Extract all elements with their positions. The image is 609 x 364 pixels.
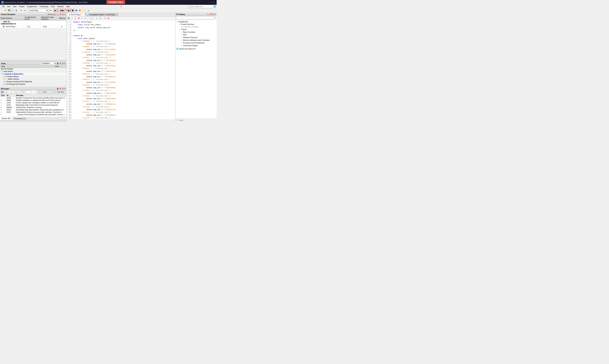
table-row[interactable]: ▷ ▶ Partition Merge xyxy=(0,75,66,78)
menu-tools[interactable]: Tools xyxy=(50,5,56,8)
msg-close[interactable]: ✕ xyxy=(64,88,65,90)
maximize-button[interactable]: □ xyxy=(210,1,212,3)
save-code-btn[interactable]: 💾 xyxy=(67,17,70,20)
menu-window[interactable]: Window xyxy=(56,5,65,8)
library-item-processors[interactable]: ▷ Processors and Peripherals xyxy=(175,41,217,44)
paste-btn[interactable]: 📌 xyxy=(77,17,80,20)
nav-close-icon[interactable]: ✕ xyxy=(64,13,65,15)
cut-btn[interactable]: ✂ xyxy=(71,17,73,20)
filter-all-btn[interactable]: All xyxy=(1,91,4,94)
library-group[interactable]: ▼ Library xyxy=(175,28,217,31)
redo-btn[interactable]: ↪ xyxy=(23,9,26,12)
library-item-university[interactable]: ▷ University Program xyxy=(175,44,217,47)
tab-verilog[interactable]: ◆ hexTo7Seg.v ✕ xyxy=(67,13,85,16)
compile-btn[interactable]: ▶| xyxy=(68,9,71,12)
start-analysis-btn[interactable]: ▶ xyxy=(54,9,57,12)
menu-view[interactable]: View xyxy=(12,5,18,8)
bookmark-btn[interactable]: 🔖 xyxy=(107,17,110,20)
menu-edit[interactable]: Edit xyxy=(6,5,12,8)
expand-icon[interactable]: ▷ xyxy=(3,76,4,78)
menu-project[interactable]: Project xyxy=(18,5,26,8)
project-combo[interactable]: hexTo7Seg xyxy=(28,9,49,12)
uncomment-btn[interactable]: //̶ xyxy=(99,17,102,20)
save-all-btn[interactable]: 📋 xyxy=(11,9,14,12)
tasks-combo[interactable]: Compilation xyxy=(40,62,56,65)
filter-error-btn[interactable]: ⊗ xyxy=(5,91,7,94)
next-bookmark-btn[interactable]: ↓ xyxy=(114,17,117,20)
filter-text-input[interactable] xyxy=(19,91,31,94)
outdent-btn[interactable]: |← xyxy=(92,17,95,20)
msg-icon1[interactable]: ▣ xyxy=(57,88,59,90)
close-button[interactable]: ✕ xyxy=(213,1,215,3)
msg-hscrollbar[interactable] xyxy=(0,120,66,122)
code-hscrollbar[interactable] xyxy=(67,120,175,122)
copy-btn[interactable]: 📋 xyxy=(74,17,77,20)
ip-pin-icon[interactable]: 📌 xyxy=(209,13,212,15)
table-row[interactable]: 🔷 hexTo7Seg ⊕ 7 (7) 0 (0) 0 xyxy=(0,25,66,28)
ip-close-icon[interactable]: ✕ xyxy=(214,13,216,15)
table-row[interactable]: 📋 View Report xyxy=(0,70,66,73)
tasks-expand[interactable]: ⊡ xyxy=(62,62,64,65)
tab-close-report[interactable]: ✕ xyxy=(116,14,117,15)
table-row[interactable]: ▷ ▶ I/O Assignment Analysis xyxy=(0,83,66,86)
ip-search-clear-btn[interactable]: ✕ xyxy=(215,17,216,19)
undo-code-btn[interactable]: ↩ xyxy=(80,17,83,20)
print-btn[interactable]: 🖨 xyxy=(14,9,18,12)
project-dir-group[interactable]: ▼ Project Directory xyxy=(175,23,217,26)
library-item-dsp[interactable]: ▷ DSP xyxy=(175,33,217,36)
find-code-btn[interactable]: 🔍 xyxy=(104,17,107,20)
nav-search-icon[interactable]: 🔍 xyxy=(56,13,59,15)
start-asm-btn[interactable]: ▶▶ xyxy=(61,9,64,12)
altera-search-icon[interactable]: 🌐 xyxy=(214,5,216,8)
comment-btn[interactable]: // xyxy=(95,17,98,20)
library-item-basic[interactable]: ▷ Basic Functions xyxy=(175,31,217,33)
find-button[interactable]: 🔍 🔍 Find... xyxy=(36,91,50,94)
expand-icon[interactable]: ▷ xyxy=(3,83,4,85)
search-partner-item[interactable]: 🌐 Search for Partner IP xyxy=(175,47,217,50)
menu-processing[interactable]: Processing xyxy=(38,5,50,8)
menu-assignments[interactable]: Assignments xyxy=(26,5,38,8)
tasks-close[interactable]: ✕ xyxy=(64,62,65,65)
filter-note-btn[interactable]: ▶ xyxy=(15,91,18,94)
minimize-button[interactable]: − xyxy=(207,1,210,3)
ip-add-button[interactable]: + + Add... xyxy=(175,118,217,122)
msg-expand[interactable]: ⊡ xyxy=(62,88,64,90)
open-rtl-btn[interactable]: 🔷 xyxy=(75,9,78,12)
open-tech-btn[interactable]: 🔶 xyxy=(78,9,81,12)
tasks-pin[interactable]: 📌 xyxy=(59,62,61,65)
stop-btn[interactable]: ⏹ xyxy=(71,9,74,12)
open-btn[interactable]: 📂 xyxy=(4,9,7,12)
msg-pin[interactable]: 📌 xyxy=(59,88,61,90)
library-item-memory[interactable]: ▷ Memory Interfaces and Controllers xyxy=(175,39,217,41)
undo-btn[interactable]: ↩ xyxy=(20,9,23,12)
altera-search-input[interactable] xyxy=(188,5,214,8)
tasks-icon1[interactable]: ▣ xyxy=(57,62,59,65)
filter-warn-btn[interactable]: ⚠ xyxy=(8,91,11,94)
ip-expand-icon[interactable]: ⊡ xyxy=(212,13,214,15)
table-row[interactable]: ▷ ▶ Design Assistant (Post-Mapping) xyxy=(0,80,66,83)
ip-search-icon[interactable]: 🔍 xyxy=(207,13,209,15)
new-file-btn[interactable]: 📄 xyxy=(1,9,4,12)
prev-bookmark-btn[interactable]: ↑ xyxy=(110,17,113,20)
folder-expand-icon[interactable]: ▷ xyxy=(3,78,4,80)
signaltap-btn[interactable]: 📊 xyxy=(87,9,90,12)
nav-pin-icon[interactable]: 📌 xyxy=(59,13,61,15)
table-row[interactable]: ▷ 📁 Netlist Viewers xyxy=(0,78,66,80)
installed-ip-group[interactable]: ▼ Installed IP xyxy=(175,20,217,23)
save-btn[interactable]: 💾 xyxy=(8,9,11,12)
verilog-code[interactable]: module hexTo7Seg( input [3:0] hex_input,… xyxy=(72,20,175,120)
tab-report[interactable]: 📊 Compilation Report - hexTo7Seg ✕ xyxy=(85,13,118,16)
nav-expand-icon[interactable]: ⊡ xyxy=(62,13,64,15)
library-item-interface[interactable]: ▷ Interface Protocols xyxy=(175,36,217,39)
expand-icon[interactable]: ▷ xyxy=(3,80,4,82)
filter-info-btn[interactable]: △ xyxy=(12,91,14,94)
tab-close-verilog[interactable]: ✕ xyxy=(82,14,83,15)
table-row[interactable]: ✔ ▶ Analysis & Elaboration xyxy=(0,73,66,75)
edit-settings-btn[interactable]: ✏ xyxy=(49,9,52,12)
tab-processing[interactable]: Processing (11) xyxy=(12,117,27,120)
ip-search-input[interactable] xyxy=(176,16,214,19)
menu-help[interactable]: Help xyxy=(65,5,71,8)
tab-system[interactable]: System (65) xyxy=(0,117,12,120)
start-fit-btn[interactable]: ▷ xyxy=(57,9,60,12)
table-row[interactable]: 🔷 Edit Settings xyxy=(0,68,66,70)
